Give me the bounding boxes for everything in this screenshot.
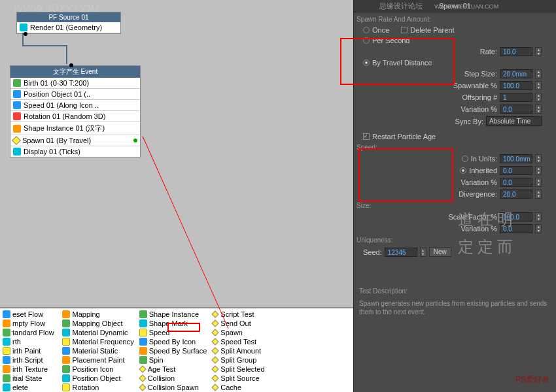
rate-spinner[interactable]: 10.0 xyxy=(500,47,532,56)
depot-item[interactable]: Material Frequency xyxy=(61,337,135,346)
operator-icon xyxy=(3,338,10,346)
speed-var-spinner[interactable]: 0.0 xyxy=(500,178,532,187)
operator-icon xyxy=(212,365,219,372)
depot-item[interactable]: Position Icon xyxy=(61,365,135,374)
depot-item[interactable]: irth Texture xyxy=(1,365,58,374)
inherited-spinner[interactable]: 0.0 xyxy=(500,166,532,175)
spinner-arrows[interactable] xyxy=(535,47,542,56)
offspring-spinner[interactable]: 1 xyxy=(500,93,532,102)
by-travel-radio[interactable] xyxy=(363,59,370,66)
depot-item[interactable]: Mapping Object xyxy=(61,319,135,328)
spinner-arrows[interactable] xyxy=(535,189,542,199)
depot-item[interactable]: Age Test xyxy=(138,365,209,374)
depot-item[interactable]: Split Selected xyxy=(211,365,266,374)
depot-item[interactable]: Rotation xyxy=(61,383,135,392)
depot-item[interactable]: Speed Test xyxy=(211,337,266,346)
depot-item[interactable]: eset Flow xyxy=(1,310,58,319)
operator-icon xyxy=(3,374,10,382)
display-operator[interactable]: Display 01 (Ticks) xyxy=(10,146,140,157)
depot-item[interactable]: Speed By Surface xyxy=(138,346,209,355)
spinner-arrows[interactable] xyxy=(535,69,542,78)
test-desc-label: Test Description: xyxy=(354,286,556,297)
depot-item[interactable]: Split Group xyxy=(211,355,266,365)
variation-spinner[interactable]: 0.0 xyxy=(500,105,532,114)
birth-icon xyxy=(13,79,21,87)
spinner-arrows[interactable] xyxy=(420,248,426,257)
depot-item[interactable]: Script Test xyxy=(211,310,266,319)
spawn-operator[interactable]: Spawn 01 (By Travel) xyxy=(10,135,140,146)
spinner-arrows[interactable] xyxy=(535,93,542,102)
parameters-panel: Spawn 01 Spawn Rate And Amount: Once Del… xyxy=(353,0,556,392)
display-icon xyxy=(13,148,21,155)
in-units-spinner[interactable]: 100.0mm xyxy=(500,154,532,163)
operator-icon xyxy=(212,347,219,354)
once-radio[interactable] xyxy=(363,27,370,33)
divergence-spinner[interactable]: 20.0 xyxy=(500,189,532,199)
restart-checkbox[interactable] xyxy=(363,133,370,140)
input-connector[interactable] xyxy=(69,63,73,67)
spinner-arrows[interactable] xyxy=(535,81,542,90)
sync-dropdown[interactable]: Absolute Time xyxy=(486,116,542,126)
depot-item[interactable]: Speed xyxy=(138,328,209,337)
operator-icon xyxy=(139,329,147,336)
depot-item[interactable]: Placement Paint xyxy=(61,355,135,365)
operator-icon xyxy=(3,347,10,355)
depot-item[interactable]: Shape Instance xyxy=(138,310,209,319)
scale-spinner[interactable]: 100.0 xyxy=(500,212,532,221)
depot-item[interactable]: Collision xyxy=(138,374,209,383)
output-connector[interactable] xyxy=(24,32,27,36)
render-operator[interactable]: Render 01 (Geometry) xyxy=(17,22,120,33)
depot-item[interactable]: Material Dynamic xyxy=(61,328,135,337)
depot-item[interactable]: Split Source xyxy=(211,374,266,383)
depot-item[interactable]: Split Amount xyxy=(211,346,266,355)
depot-item[interactable]: Spawn xyxy=(211,328,266,337)
depot-item[interactable]: Speed By Icon xyxy=(138,337,209,346)
rotation-operator[interactable]: Rotation 01 (Random 3D) xyxy=(10,111,140,122)
depot-item[interactable]: Spin xyxy=(138,355,209,365)
position-operator[interactable]: Position Object 01 (.. xyxy=(10,89,140,100)
delete-parent-checkbox[interactable] xyxy=(401,27,408,33)
depot-item[interactable]: Collision Spawn xyxy=(138,383,209,392)
spinner-arrows[interactable] xyxy=(535,154,542,163)
seed-spinner[interactable]: 12345 xyxy=(385,248,417,257)
size-var-spinner[interactable]: 0.0 xyxy=(500,224,532,233)
spinner-arrows[interactable] xyxy=(535,105,542,114)
spinner-arrows[interactable] xyxy=(535,224,542,233)
operator-icon xyxy=(212,319,219,327)
inherited-radio[interactable] xyxy=(460,167,466,174)
speed-section: Speed: xyxy=(356,142,553,153)
per-second-radio[interactable] xyxy=(363,37,370,44)
particle-view-canvas[interactable]: WWW.3DXY.COM PF Source 01 Render 01 (Geo… xyxy=(0,0,353,307)
new-seed-button[interactable]: New xyxy=(429,247,451,257)
depot-item[interactable]: Mapping xyxy=(61,310,135,319)
depot-item[interactable]: elete xyxy=(1,383,58,392)
depot-item[interactable]: irth Script xyxy=(1,355,58,365)
spinner-arrows[interactable] xyxy=(535,178,542,187)
spawnable-spinner[interactable]: 100.0 xyxy=(500,81,532,90)
depot-item[interactable]: Position Object xyxy=(61,374,135,383)
birth-operator[interactable]: Birth 01 (0-30 T:200) xyxy=(10,78,140,89)
depot-item[interactable]: mpty Flow xyxy=(1,319,58,328)
test-output[interactable] xyxy=(133,139,137,142)
depot-item[interactable]: irth Paint xyxy=(1,346,58,355)
event-node[interactable]: 文字产生 Event Birth 01 (0-30 T:200) Positio… xyxy=(10,65,141,157)
depot-item[interactable]: Shape Mark xyxy=(138,319,209,328)
operator-icon xyxy=(139,319,147,327)
in-units-radio[interactable] xyxy=(462,155,468,162)
spinner-arrows[interactable] xyxy=(535,212,542,221)
step-spinner[interactable]: 20.0mm xyxy=(500,69,532,78)
depot-item[interactable]: rth xyxy=(1,337,58,346)
top-watermark: 思缘设计论坛 WWW.MISSYUAN.COM xyxy=(379,1,498,11)
depot-item[interactable]: itial State xyxy=(1,374,58,383)
speed-operator[interactable]: Speed 01 (Along Icon .. xyxy=(10,100,140,111)
depot-item[interactable]: Cache xyxy=(211,383,266,392)
test-description: Spawn generates new particles from exist… xyxy=(354,297,556,319)
depot-item[interactable]: Send Out xyxy=(211,319,266,328)
pf-source-node[interactable]: PF Source 01 Render 01 (Geometry) xyxy=(16,12,121,34)
spinner-arrows[interactable] xyxy=(535,166,542,175)
shape-operator[interactable]: Shape Instance 01 (汉字) xyxy=(10,122,140,135)
uniqueness-section: Uniqueness: xyxy=(356,235,553,246)
depot-item[interactable]: tandard Flow xyxy=(1,328,58,337)
depot-item[interactable]: Material Static xyxy=(61,346,135,355)
node-title: PF Source 01 xyxy=(17,12,120,22)
